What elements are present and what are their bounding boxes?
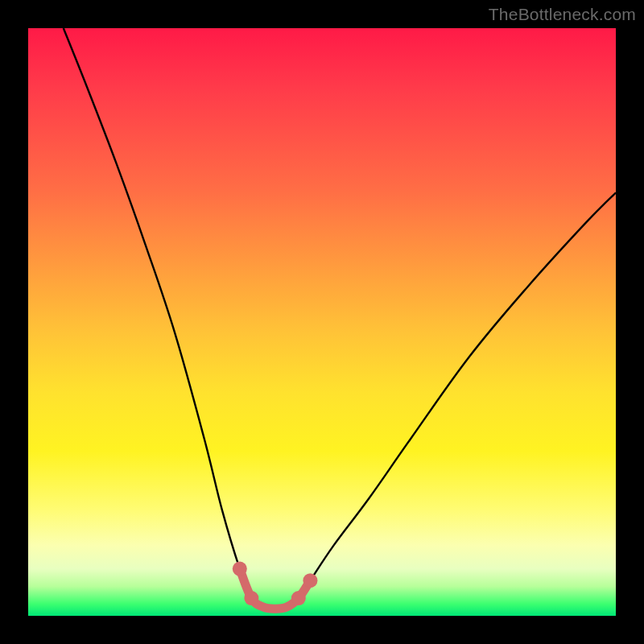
plot-area bbox=[28, 28, 616, 616]
valley-dot bbox=[233, 562, 247, 576]
valley-dot bbox=[244, 591, 258, 605]
chart-frame: TheBottleneck.com bbox=[0, 0, 644, 644]
valley-dot bbox=[303, 573, 317, 588]
watermark-text: TheBottleneck.com bbox=[489, 5, 636, 24]
curve-layer bbox=[28, 28, 616, 616]
valley-dot bbox=[291, 591, 306, 605]
bottleneck-curve bbox=[64, 28, 616, 609]
